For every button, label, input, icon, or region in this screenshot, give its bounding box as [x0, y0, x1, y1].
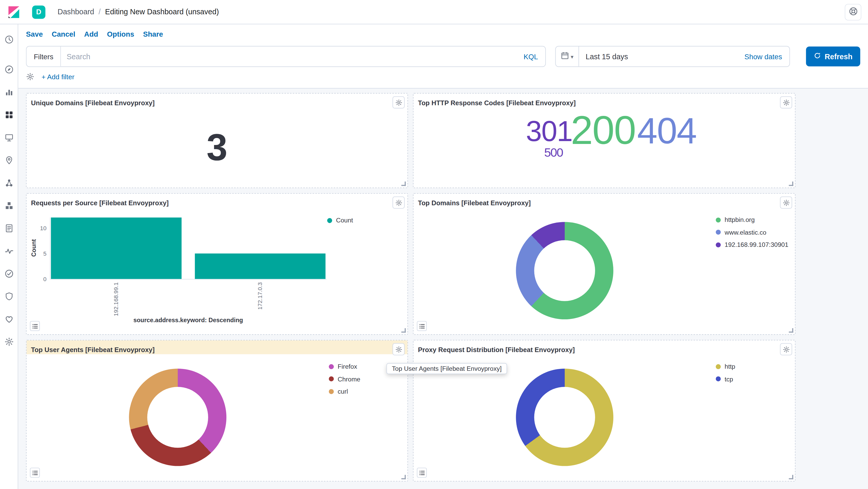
x-axis-label: 192.168.99.1: [112, 282, 119, 316]
legend-label: Firefox: [338, 363, 357, 370]
sidebar-item-recently-viewed[interactable]: [0, 29, 18, 52]
menu-item-share[interactable]: Share: [143, 30, 163, 38]
menu-item-options[interactable]: Options: [107, 30, 134, 38]
chart-legend: httptcp: [716, 360, 735, 385]
date-picker: ▾ Last 15 days Show dates: [555, 46, 790, 67]
panel-top-user-agents: Top User Agents [Filebeat Envoyproxy]Fir…: [26, 340, 408, 482]
space-badge[interactable]: D: [32, 5, 45, 19]
legend-item-192.168.99.107:30901[interactable]: 192.168.99.107:30901: [716, 238, 788, 251]
time-range-value[interactable]: Last 15 days: [579, 52, 737, 61]
sidebar-item-maps[interactable]: [0, 150, 18, 172]
panel-drag-handle[interactable]: Proxy Request Distribution [Filebeat Env…: [413, 340, 795, 354]
x-axis-title: source.address.keyword: Descending: [51, 317, 326, 323]
legend-item-httpbin.org[interactable]: httpbin.org: [716, 214, 788, 226]
chart-legend: FirefoxChromecurl: [329, 360, 360, 398]
resize-handle[interactable]: [789, 328, 793, 333]
chart-legend: httpbin.orgwww.elastic.co192.168.99.107:…: [716, 214, 788, 251]
pulse-icon: [4, 246, 13, 258]
tag-301[interactable]: 301: [526, 117, 572, 145]
tag-404[interactable]: 404: [637, 112, 696, 149]
sidebar-item-visualize[interactable]: [0, 82, 18, 104]
legend-toggle-button[interactable]: [417, 321, 427, 331]
show-dates-button[interactable]: Show dates: [737, 52, 789, 61]
legend-toggle-button[interactable]: [417, 468, 427, 478]
help-icon: [848, 6, 858, 18]
add-filter-button[interactable]: + Add filter: [41, 73, 74, 80]
donut-hole: [534, 387, 595, 448]
panel-gear-button[interactable]: [780, 343, 792, 355]
legend-item-www.elastic.co[interactable]: www.elastic.co: [716, 226, 788, 238]
resize-handle[interactable]: [789, 182, 793, 186]
sidebar-item-stack-monitoring[interactable]: [0, 309, 18, 331]
sidebar-item-dashboard[interactable]: [0, 105, 18, 127]
panel-gear-button[interactable]: [393, 343, 405, 355]
sidebar-item-machine-learning[interactable]: [0, 173, 18, 195]
app-frame: SaveCancelAddOptionsShare Filters KQL ▾ …: [0, 25, 868, 489]
donut-chart[interactable]: [516, 222, 613, 319]
donut-hole: [534, 240, 595, 301]
panel-drag-handle[interactable]: Top Domains [Filebeat Envoyproxy]: [413, 194, 795, 207]
panel-drag-handle[interactable]: Top User Agents [Filebeat Envoyproxy]: [27, 340, 407, 354]
breadcrumb-dashboard[interactable]: Dashboard: [58, 8, 94, 16]
legend-toggle-button[interactable]: [30, 321, 40, 331]
donut-chart[interactable]: [516, 369, 613, 466]
tag-500[interactable]: 500: [544, 146, 563, 159]
sidebar: [0, 25, 18, 489]
search-input[interactable]: [61, 46, 516, 67]
bar-172.17.0.3[interactable]: [195, 253, 326, 279]
panel-gear-button[interactable]: [393, 96, 405, 108]
bar-192.168.99.1[interactable]: [51, 218, 182, 279]
breadcrumb: Dashboard / Editing New Dashboard (unsav…: [58, 8, 219, 16]
sidebar-item-siem[interactable]: [0, 286, 18, 309]
legend-toggle-button[interactable]: [30, 468, 40, 478]
resize-handle[interactable]: [789, 475, 793, 479]
panel-gear-button[interactable]: [780, 96, 792, 108]
panel-title-tooltip: Top User Agents [Filebeat Envoyproxy]: [386, 363, 507, 374]
sidebar-item-uptime[interactable]: [0, 263, 18, 286]
panel-title: Requests per Source [Filebeat Envoyproxy…: [31, 199, 169, 207]
menu-item-save[interactable]: Save: [26, 30, 43, 38]
menu-item-cancel[interactable]: Cancel: [52, 30, 75, 38]
nodes-icon: [4, 178, 13, 190]
resize-handle[interactable]: [401, 475, 406, 479]
menu-item-add[interactable]: Add: [84, 30, 98, 38]
tag-200[interactable]: 200: [571, 110, 636, 150]
kibana-logo-icon[interactable]: [7, 5, 21, 19]
dashboard-canvas: Unique Domains [Filebeat Envoyproxy]3Top…: [18, 89, 868, 489]
legend-item-curl[interactable]: curl: [329, 385, 360, 398]
legend-item-Firefox[interactable]: Firefox: [329, 360, 360, 373]
sidebar-item-discover[interactable]: [0, 59, 18, 82]
panel-requests-per-source: Requests per Source [Filebeat Envoyproxy…: [26, 193, 408, 335]
compass-icon: [4, 65, 13, 76]
legend-item-Count[interactable]: Count: [327, 214, 353, 227]
y-axis-line: [50, 218, 51, 279]
y-axis-tick: 10: [27, 225, 46, 231]
sidebar-item-infrastructure[interactable]: [0, 195, 18, 218]
y-axis-title: Count: [30, 239, 37, 257]
sidebar-item-apm[interactable]: [0, 241, 18, 263]
sidebar-item-canvas[interactable]: [0, 127, 18, 150]
sidebar-item-management[interactable]: [0, 331, 18, 354]
panel-gear-button[interactable]: [393, 196, 405, 209]
chart-legend: Count: [327, 214, 353, 227]
refresh-button[interactable]: Refresh: [806, 46, 860, 67]
filters-button[interactable]: Filters: [27, 46, 61, 67]
document-icon: [4, 224, 13, 235]
panel-drag-handle[interactable]: Unique Domains [Filebeat Envoyproxy]: [27, 94, 407, 107]
filter-settings-gear-icon[interactable]: [26, 72, 34, 81]
date-picker-toggle[interactable]: ▾: [556, 46, 579, 67]
panel-drag-handle[interactable]: Top HTTP Response Codes [Filebeat Envoyp…: [413, 94, 795, 107]
sidebar-item-logs[interactable]: [0, 218, 18, 240]
panel-drag-handle[interactable]: Requests per Source [Filebeat Envoyproxy…: [27, 194, 407, 207]
resize-handle[interactable]: [401, 182, 406, 186]
panel-gear-button[interactable]: [780, 196, 792, 209]
legend-item-Chrome[interactable]: Chrome: [329, 373, 360, 385]
help-button[interactable]: [845, 4, 862, 20]
kql-toggle[interactable]: KQL: [516, 52, 545, 61]
cubes-icon: [4, 201, 13, 213]
resize-handle[interactable]: [401, 328, 406, 333]
legend-item-http[interactable]: http: [716, 360, 735, 373]
legend-item-tcp[interactable]: tcp: [716, 373, 735, 385]
donut-chart[interactable]: [129, 369, 226, 466]
panel-title: Top User Agents [Filebeat Envoyproxy]: [31, 346, 155, 354]
